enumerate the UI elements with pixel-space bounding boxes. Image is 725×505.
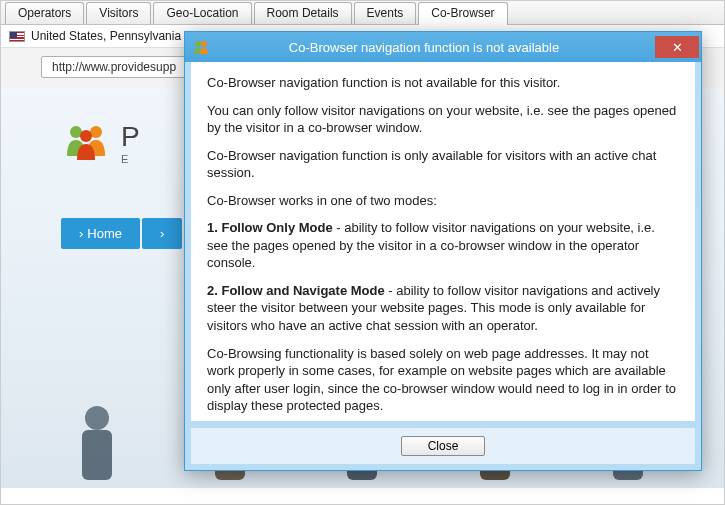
dialog-title: Co-Browser navigation function is not av…	[217, 40, 647, 55]
svg-point-2	[80, 130, 92, 142]
dialog-mode-2: 2. Follow and Navigate Mode - ability to…	[207, 282, 679, 335]
svg-point-3	[85, 406, 109, 430]
dialog-text: You can only follow visitor navigations …	[207, 102, 679, 137]
site-title: P	[121, 121, 140, 153]
dialog-text: Co-Browser navigation function is not av…	[207, 74, 679, 92]
close-icon[interactable]: ✕	[655, 36, 699, 58]
nav-home-label: Home	[87, 226, 122, 241]
dialog-text: Co-Browser navigation function is only a…	[207, 147, 679, 182]
url-field[interactable]: http://www.providesupp	[41, 56, 191, 78]
tab-visitors[interactable]: Visitors	[86, 2, 151, 24]
nav-item-partial[interactable]: ›	[142, 218, 182, 249]
close-button[interactable]: Close	[401, 436, 486, 456]
tab-geo-location[interactable]: Geo-Location	[153, 2, 251, 24]
chevron-right-icon: ›	[160, 226, 164, 241]
site-nav: › Home ›	[61, 218, 182, 249]
dialog-cobrowser-unavailable: Co-Browser navigation function is not av…	[184, 31, 702, 471]
tab-room-details[interactable]: Room Details	[254, 2, 352, 24]
location-text: United States, Pennsylvania	[31, 29, 181, 43]
dialog-footer: Close	[185, 427, 701, 470]
nav-home[interactable]: › Home	[61, 218, 140, 249]
tab-operators[interactable]: Operators	[5, 2, 84, 24]
site-header: P E	[61, 118, 140, 168]
dialog-text: Co-Browser works in one of two modes:	[207, 192, 679, 210]
tabs-row: Operators Visitors Geo-Location Room Det…	[1, 1, 724, 25]
svg-rect-4	[82, 430, 112, 480]
dialog-body: Co-Browser navigation function is not av…	[185, 62, 701, 427]
svg-point-14	[201, 41, 207, 47]
chevron-right-icon: ›	[79, 226, 83, 241]
svg-point-13	[195, 41, 201, 47]
tab-events[interactable]: Events	[354, 2, 417, 24]
flag-icon	[9, 31, 25, 42]
dialog-text: Co-Browsing functionality is based solel…	[207, 345, 679, 415]
tab-co-browser[interactable]: Co-Browser	[418, 2, 507, 25]
site-subtitle: E	[121, 153, 140, 165]
dialog-titlebar[interactable]: Co-Browser navigation function is not av…	[185, 32, 701, 62]
people-icon	[193, 39, 209, 55]
dialog-mode-1: 1. Follow Only Mode - ability to follow …	[207, 219, 679, 272]
site-logo-icon	[61, 118, 111, 168]
